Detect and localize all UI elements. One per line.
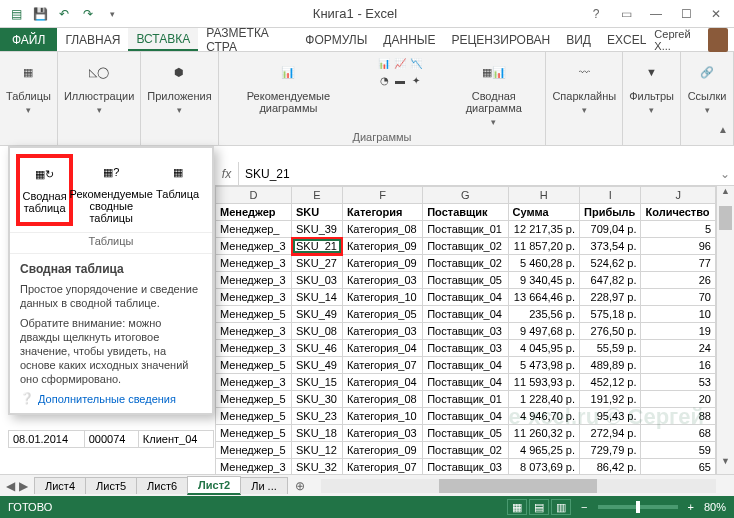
cell[interactable]: 08.01.2014 — [9, 431, 85, 448]
close-icon[interactable]: ✕ — [702, 4, 730, 24]
cell[interactable]: 11 260,32 p. — [508, 425, 579, 442]
help-icon[interactable]: ? — [582, 4, 610, 24]
cell[interactable]: 4 965,25 p. — [508, 442, 579, 459]
tab-pagelayout[interactable]: РАЗМЕТКА СТРА — [198, 28, 297, 51]
cell[interactable]: Поставщик_04 — [423, 289, 508, 306]
cell[interactable]: SKU_12 — [292, 442, 343, 459]
cell[interactable]: Категория_09 — [342, 442, 422, 459]
view-pagelayout-icon[interactable]: ▤ — [529, 499, 549, 515]
cell[interactable]: 70 — [641, 289, 716, 306]
field-header[interactable]: Категория — [342, 204, 422, 221]
cell[interactable]: 20 — [641, 391, 716, 408]
horizontal-scrollbar[interactable] — [321, 479, 716, 493]
cell[interactable]: Поставщик_04 — [423, 357, 508, 374]
cell[interactable]: 228,97 p. — [580, 289, 641, 306]
cell[interactable]: Категория_07 — [342, 357, 422, 374]
cell[interactable]: Клиент_04 — [138, 431, 213, 448]
view-pagebreak-icon[interactable]: ▥ — [551, 499, 571, 515]
cell[interactable]: 489,89 p. — [580, 357, 641, 374]
cell[interactable]: SKU_03 — [292, 272, 343, 289]
cell[interactable]: 272,94 p. — [580, 425, 641, 442]
cell[interactable]: SKU_23 — [292, 408, 343, 425]
col-header[interactable]: E — [292, 187, 343, 204]
cell[interactable]: 000074 — [84, 431, 138, 448]
cell[interactable]: 4 045,95 p. — [508, 340, 579, 357]
cell[interactable]: 1 228,40 p. — [508, 391, 579, 408]
col-header[interactable]: D — [216, 187, 292, 204]
cell[interactable]: Категория_04 — [342, 374, 422, 391]
tab-excel[interactable]: EXCEL — [599, 28, 654, 51]
field-header[interactable]: Прибыль — [580, 204, 641, 221]
cell[interactable]: SKU_39 — [292, 221, 343, 238]
scroll-down-icon[interactable]: ▼ — [717, 456, 734, 474]
cell[interactable]: Категория_07 — [342, 459, 422, 475]
cell[interactable]: Категория_03 — [342, 272, 422, 289]
cell[interactable]: Менеджер_3 — [216, 272, 292, 289]
cell[interactable]: Менеджер_3 — [216, 238, 292, 255]
save-icon[interactable]: 💾 — [30, 4, 50, 24]
cell[interactable]: Категория_10 — [342, 289, 422, 306]
cell[interactable]: Менеджер_5 — [216, 408, 292, 425]
cell[interactable]: Менеджер_5 — [216, 442, 292, 459]
cell[interactable]: 59 — [641, 442, 716, 459]
field-header[interactable]: Поставщик — [423, 204, 508, 221]
fx-icon[interactable]: fx — [215, 162, 239, 185]
cell[interactable]: 5 460,28 p. — [508, 255, 579, 272]
cell[interactable]: Поставщик_02 — [423, 255, 508, 272]
tab-review[interactable]: РЕЦЕНЗИРОВАН — [443, 28, 558, 51]
cell[interactable]: 96 — [641, 238, 716, 255]
cell[interactable]: Категория_09 — [342, 238, 422, 255]
cell[interactable]: 524,62 p. — [580, 255, 641, 272]
cell[interactable]: Менеджер_5 — [216, 357, 292, 374]
minimize-icon[interactable]: — — [642, 4, 670, 24]
qat-dropdown-icon[interactable]: ▾ — [102, 4, 122, 24]
cell[interactable]: 86,42 p. — [580, 459, 641, 475]
formula-expand-icon[interactable]: ⌄ — [716, 167, 734, 181]
tab-view[interactable]: ВИД — [558, 28, 599, 51]
worksheet-grid[interactable]: DEFGHIJМенеджерSKUКатегорияПоставщикСумм… — [215, 186, 716, 474]
view-normal-icon[interactable]: ▦ — [507, 499, 527, 515]
cell[interactable]: 276,50 p. — [580, 323, 641, 340]
cell[interactable]: 5 — [641, 221, 716, 238]
field-header[interactable]: Сумма — [508, 204, 579, 221]
col-header[interactable]: I — [580, 187, 641, 204]
cell[interactable]: 26 — [641, 272, 716, 289]
cell[interactable]: Поставщик_05 — [423, 272, 508, 289]
sheet-tab[interactable]: Лист6 — [136, 477, 188, 494]
cell[interactable]: Поставщик_05 — [423, 425, 508, 442]
cell[interactable]: SKU_30 — [292, 391, 343, 408]
cell[interactable]: 77 — [641, 255, 716, 272]
sheet-nav-prev-icon[interactable]: ◀ — [6, 479, 15, 493]
cell[interactable]: SKU_32 — [292, 459, 343, 475]
zoom-in-icon[interactable]: + — [688, 501, 694, 513]
user-name[interactable]: Сергей Х... — [654, 28, 701, 52]
pivot-chart-button[interactable]: ▦📊 Сводная диаграмма▾ — [448, 56, 539, 128]
cell[interactable]: 9 497,68 p. — [508, 323, 579, 340]
cell[interactable]: Категория_10 — [342, 408, 422, 425]
cell[interactable]: SKU_49 — [292, 306, 343, 323]
pivot-table-button[interactable]: ▦↻ Сводная таблица — [18, 156, 71, 224]
sparklines-button[interactable]: 〰 Спарклайны▾ — [552, 56, 616, 116]
tooltip-help-link[interactable]: ❔ Дополнительные сведения — [20, 392, 202, 405]
tab-file[interactable]: ФАЙЛ — [0, 28, 57, 51]
cell[interactable]: Категория_05 — [342, 306, 422, 323]
zoom-slider[interactable] — [598, 505, 678, 509]
cell[interactable]: Категория_03 — [342, 323, 422, 340]
cell[interactable]: 9 340,45 p. — [508, 272, 579, 289]
cell[interactable]: 95,43 p. — [580, 408, 641, 425]
cell[interactable]: 373,54 p. — [580, 238, 641, 255]
cell[interactable]: Менеджер_5 — [216, 425, 292, 442]
apps-button[interactable]: ⬢ Приложения▾ — [147, 56, 211, 116]
cell[interactable]: Поставщик_01 — [423, 391, 508, 408]
cell[interactable]: SKU_14 — [292, 289, 343, 306]
cell[interactable]: Категория_03 — [342, 425, 422, 442]
cell[interactable]: 13 664,46 p. — [508, 289, 579, 306]
cell[interactable]: Менеджер_5 — [216, 391, 292, 408]
ribbon-options-icon[interactable]: ▭ — [612, 4, 640, 24]
formula-input[interactable]: SKU_21 — [239, 167, 716, 181]
cell[interactable]: 88 — [641, 408, 716, 425]
cell[interactable]: 65 — [641, 459, 716, 475]
cell[interactable]: Поставщик_03 — [423, 459, 508, 475]
cell[interactable]: SKU_18 — [292, 425, 343, 442]
recommended-pivot-button[interactable]: ▦? Рекомендуемые сводные таблицы — [81, 156, 141, 224]
